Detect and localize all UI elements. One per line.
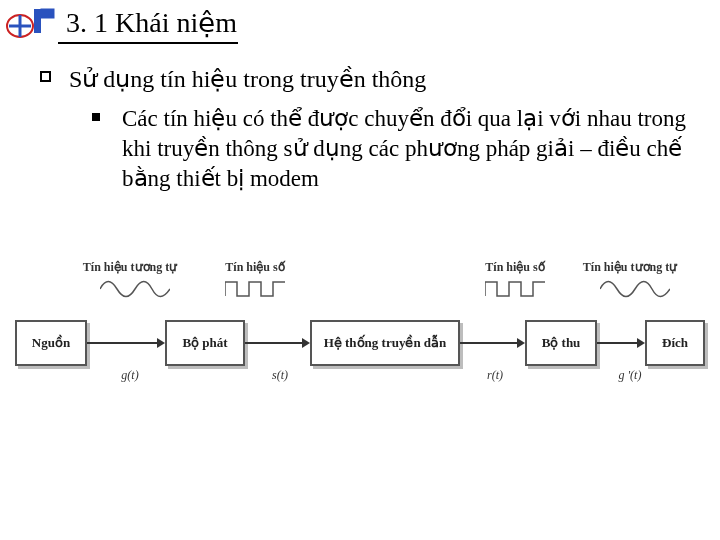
box-destination: Đích <box>645 320 705 366</box>
label-g: g(t) <box>110 368 150 383</box>
slide-header: 3. 1 Khái niệm <box>0 0 720 42</box>
bullet-level1-text: Sử dụng tín hiệu trong truyền thông <box>69 64 426 94</box>
analog-wave-2-icon <box>600 278 670 300</box>
label-analog-1: Tín hiệu tương tự <box>75 260 185 275</box>
bullet-level2: Các tín hiệu có thể được chuyển đổi qua … <box>40 104 690 194</box>
square-open-bullet-icon <box>40 71 51 82</box>
square-fill-bullet-icon <box>92 113 100 121</box>
digital-wave-1-icon <box>225 278 285 300</box>
box-channel: Hệ thống truyền dẫn <box>310 320 460 366</box>
svg-marker-13 <box>637 338 645 348</box>
box-source: Nguồn <box>15 320 87 366</box>
arrow-3-icon <box>460 336 525 350</box>
label-s: s(t) <box>260 368 300 383</box>
box-transmitter: Bộ phát <box>165 320 245 366</box>
svg-rect-3 <box>34 9 41 33</box>
bullet-level2-text: Các tín hiệu có thể được chuyển đổi qua … <box>122 104 690 194</box>
label-r: r(t) <box>475 368 515 383</box>
svg-marker-7 <box>157 338 165 348</box>
slide-title: 3. 1 Khái niệm <box>66 8 237 39</box>
slide-content: Sử dụng tín hiệu trong truyền thông Các … <box>0 48 720 194</box>
arrow-1-icon <box>87 336 165 350</box>
box-receiver: Bộ thu <box>525 320 597 366</box>
logo-icon <box>6 6 56 40</box>
arrow-2-icon <box>245 336 310 350</box>
communication-diagram: Tín hiệu tương tự Tín hiệu số Tín hiệu s… <box>15 260 705 430</box>
slide: 3. 1 Khái niệm Sử dụng tín hiệu trong tr… <box>0 0 720 540</box>
digital-wave-2-icon <box>485 278 545 300</box>
label-digital-1: Tín hiệu số <box>215 260 295 275</box>
label-analog-2: Tín hiệu tương tự <box>575 260 685 275</box>
title-underline <box>58 42 238 44</box>
svg-marker-9 <box>302 338 310 348</box>
label-gprime: g '(t) <box>605 368 655 383</box>
arrow-4-icon <box>597 336 645 350</box>
label-digital-2: Tín hiệu số <box>475 260 555 275</box>
svg-marker-11 <box>517 338 525 348</box>
analog-wave-1-icon <box>100 278 170 300</box>
bullet-level1: Sử dụng tín hiệu trong truyền thông <box>40 64 690 94</box>
